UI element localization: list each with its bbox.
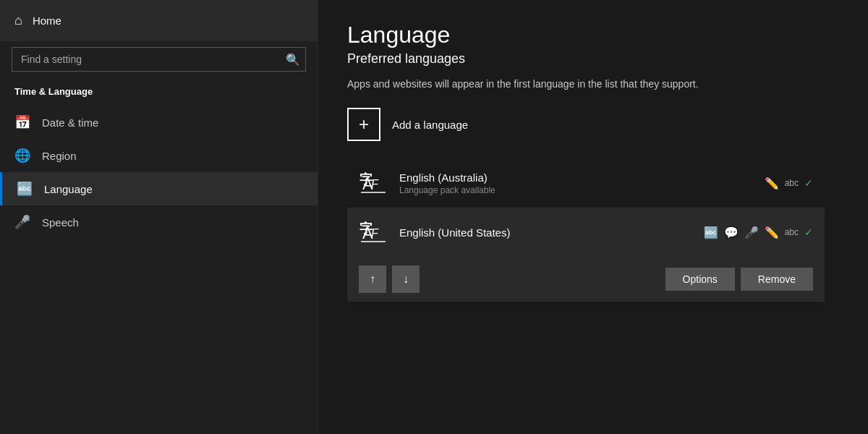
en-us-name: English (United States)	[399, 226, 692, 239]
svg-text:字: 字	[359, 171, 373, 187]
en-au-icon: A F 字	[359, 169, 388, 197]
en-au-edit-icon[interactable]: ✏️	[765, 176, 779, 190]
sidebar-item-language-label: Language	[44, 183, 93, 195]
options-label: Options	[683, 273, 718, 285]
sidebar-section-title: Time & Language	[0, 83, 318, 106]
en-us-info: English (United States)	[399, 226, 692, 239]
remove-button[interactable]: Remove	[741, 268, 813, 291]
add-language-button[interactable]: + Add a language	[347, 108, 468, 141]
home-icon: ⌂	[14, 13, 22, 28]
description: Apps and websites will appear in the fir…	[347, 77, 796, 92]
sidebar-item-region-label: Region	[42, 150, 77, 162]
language-controls: ↑ ↓ Options Remove	[347, 257, 825, 302]
search-box: 🔍	[12, 47, 306, 72]
down-arrow-icon: ↓	[403, 273, 409, 286]
sidebar-item-date-time[interactable]: 📅 Date & time	[0, 106, 318, 139]
en-au-subtitle: Language pack available	[399, 185, 753, 195]
language-list: A F 字 English (Australia) Language pack …	[347, 158, 839, 302]
date-time-icon: 📅	[14, 114, 30, 130]
search-input[interactable]	[12, 47, 306, 72]
sidebar-home-button[interactable]: ⌂ Home	[0, 0, 318, 41]
search-button[interactable]: 🔍	[286, 53, 300, 67]
add-language-label: Add a language	[392, 119, 468, 131]
move-up-button[interactable]: ↑	[359, 265, 386, 293]
en-us-checkmark-icon: ✓	[804, 226, 813, 238]
home-label: Home	[33, 14, 61, 27]
en-au-actions: ✏️ abc ✓	[765, 176, 813, 190]
sidebar-item-language[interactable]: 🔤 Language	[0, 172, 318, 205]
en-au-name: English (Australia)	[399, 171, 753, 184]
sidebar: ⌂ Home 🔍 Time & Language 📅 Date & time 🌐…	[0, 0, 318, 434]
en-us-actions: 🔤 💬 🎤 ✏️ abc ✓	[704, 226, 813, 239]
en-us-keyboard-icon[interactable]: 🔤	[704, 226, 718, 239]
en-us-icon: A F 字	[359, 218, 388, 247]
main-content: Language Preferred languages Apps and we…	[318, 0, 868, 434]
en-au-info: English (Australia) Language pack availa…	[399, 171, 753, 195]
move-down-button[interactable]: ↓	[392, 265, 420, 293]
language-icon: 🔤	[17, 181, 33, 197]
page-title: Language	[347, 22, 839, 48]
language-item-en-au[interactable]: A F 字 English (Australia) Language pack …	[347, 158, 825, 208]
section-title: Preferred languages	[347, 51, 839, 67]
svg-text:字: 字	[359, 221, 373, 236]
sidebar-item-region[interactable]: 🌐 Region	[0, 139, 318, 172]
en-us-region-icon[interactable]: 💬	[724, 226, 739, 239]
en-au-abc: abc	[785, 178, 799, 188]
language-item-en-us[interactable]: A F 字 English (United States) 🔤 💬 🎤 ✏️ a…	[347, 208, 825, 257]
remove-label: Remove	[758, 273, 796, 285]
up-arrow-icon: ↑	[370, 273, 375, 286]
add-language-icon: +	[347, 108, 380, 141]
options-button[interactable]: Options	[665, 268, 735, 291]
en-au-checkmark-icon: ✓	[804, 177, 813, 189]
en-us-speech-icon[interactable]: 🎤	[744, 226, 759, 239]
sidebar-item-speech[interactable]: 🎤 Speech	[0, 205, 318, 239]
sidebar-item-date-time-label: Date & time	[42, 116, 98, 129]
region-icon: 🌐	[14, 148, 30, 163]
speech-icon: 🎤	[14, 214, 30, 230]
en-us-edit-icon[interactable]: ✏️	[765, 226, 779, 239]
sidebar-item-speech-label: Speech	[42, 216, 79, 229]
en-us-abc: abc	[785, 227, 799, 237]
